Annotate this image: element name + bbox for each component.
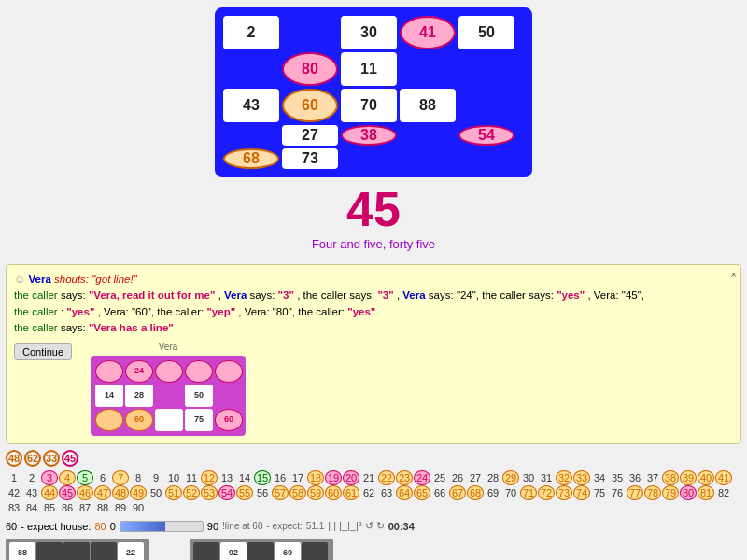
number-grid-item: 36 — [627, 470, 643, 485]
continue-button[interactable]: Continue — [14, 343, 72, 360]
bingo-cell: 41 — [400, 16, 456, 49]
number-grid-item: 86 — [59, 500, 76, 515]
number-grid-item: 3 — [41, 470, 58, 485]
bottom-card-cell: 22 — [118, 542, 144, 560]
number-grid-item: 82 — [715, 485, 732, 500]
progress-start: 0 — [110, 521, 116, 532]
chat-quote3: "3" — [377, 289, 393, 301]
number-grid-item: 9 — [148, 470, 164, 485]
number-grid-item: 88 — [94, 500, 111, 515]
bottom-card-cell: 92 — [220, 542, 247, 560]
chat-line2: the caller says: "Vera, read it out for … — [14, 287, 733, 303]
called-number-item: 33 — [43, 450, 60, 467]
number-grid-item: 50 — [148, 485, 164, 500]
number-grid-item: 6 — [94, 470, 111, 485]
progress-expect-label: - expect: — [266, 521, 302, 531]
number-grid-item: 70 — [502, 485, 519, 500]
chat-quote2: "3" — [278, 289, 294, 301]
bingo-cell: 68 — [223, 148, 279, 169]
bottom-card-cell — [302, 542, 328, 560]
number-grid-item: 89 — [112, 500, 129, 515]
called-numbers-bar: 48623345 — [0, 448, 747, 469]
number-grid: 1234567891011121314151617181920212223242… — [0, 469, 747, 517]
number-grid-item: 46 — [77, 485, 93, 500]
mini-chat-cell: 24 — [125, 360, 153, 383]
number-grid-item: 10 — [165, 470, 182, 485]
mini-chat-cell — [95, 360, 123, 383]
progress-bar-outer — [120, 521, 204, 532]
number-grid-item: 69 — [485, 485, 501, 500]
mini-chat-cell — [155, 360, 183, 383]
number-grid-item: 49 — [130, 485, 147, 500]
bingo-cell: 80 — [282, 52, 338, 86]
bottom-card-cell — [36, 542, 63, 560]
number-grid-item: 67 — [449, 485, 466, 500]
number-grid-item: 76 — [609, 485, 626, 500]
number-grid-item: 62 — [360, 485, 377, 500]
bingo-cell: 27 — [282, 125, 338, 146]
mini-chat-cell — [185, 360, 213, 383]
number-grid-item: 43 — [23, 485, 40, 500]
called-number-item: 48 — [6, 450, 22, 467]
number-grid-item: 13 — [218, 470, 235, 485]
bottom-cards-area: 882228929E542905 1 1 1 f 🐟 926902651E6 a… — [0, 535, 747, 560]
progress-60-label: 60 — [6, 521, 17, 532]
number-grid-item: 79 — [662, 485, 679, 500]
bottom-card-cell — [91, 542, 117, 560]
mini-chat-cell: 75 — [185, 409, 213, 431]
number-grid-item: 25 — [431, 470, 448, 485]
number-grid-item: 35 — [609, 470, 626, 485]
bingo-cell: 2 — [223, 16, 279, 49]
mini-chat-cell — [215, 385, 243, 407]
number-grid-item: 7 — [112, 470, 129, 485]
called-number-item: 62 — [24, 450, 41, 467]
number-grid-item: 80 — [680, 485, 697, 500]
mini-chat-cell: 60 — [125, 409, 153, 431]
bingo-cell — [223, 52, 279, 86]
bottom-card-2-wrapper: 926902651E6 a s o R — [190, 539, 333, 560]
main-bingo-card: 23041508011436070882738546873 — [215, 7, 532, 177]
chat-quote6: "yep" — [206, 306, 235, 317]
number-grid-item: 20 — [343, 470, 359, 485]
number-grid-item: 47 — [94, 485, 111, 500]
number-grid-item: 57 — [272, 485, 289, 500]
number-grid-item: 78 — [644, 485, 661, 500]
bingo-cell: 43 — [223, 89, 279, 122]
number-grid-item: 1 — [6, 470, 22, 485]
big-number: 45 — [346, 181, 401, 237]
chat-vera3: Vera — [402, 289, 425, 301]
bottom-card-cell: 69 — [275, 542, 301, 560]
chat-shout-text: shouts: "got line!" — [54, 273, 137, 285]
bingo-cell — [458, 52, 514, 86]
bottom-card-cell — [247, 542, 274, 560]
number-grid-item: 24 — [414, 470, 430, 485]
progress-bar-inner — [120, 522, 165, 531]
timer: 00:34 — [388, 521, 415, 532]
chat-close-btn[interactable]: × — [731, 267, 737, 283]
number-grid-item: 37 — [644, 470, 661, 485]
chat-quote5: "yes" — [66, 306, 94, 317]
number-grid-item: 14 — [236, 470, 253, 485]
number-grid-item: 71 — [520, 485, 537, 500]
number-grid-item: 45 — [59, 485, 76, 500]
number-grid-item: 41 — [715, 470, 732, 485]
number-grid-item: 63 — [378, 485, 395, 500]
chat-caller-label2: the caller — [14, 306, 58, 317]
progress-end: 90 — [207, 521, 218, 532]
bingo-cell — [400, 52, 456, 86]
bingo-cell — [400, 125, 456, 146]
bingo-cell: 30 — [341, 16, 397, 49]
chat-caller-label3: the caller — [14, 322, 58, 333]
bingo-cell: 88 — [400, 89, 456, 122]
bottom-card-1: 882228929E542905 — [6, 539, 149, 560]
number-grid-item: 42 — [6, 485, 22, 500]
number-grid-item: 23 — [396, 470, 413, 485]
number-grid-row1: 1234567891011121314151617181920212223242… — [6, 470, 741, 485]
chat-line1: ☺ Vera shouts: "got line!" — [14, 271, 733, 287]
number-grid-item: 5 — [77, 470, 93, 485]
bottom-card-1-wrapper: 882228929E542905 1 1 1 f — [6, 539, 149, 560]
number-grid-item: 30 — [520, 470, 537, 485]
bottom-card-2: 926902651E6 — [190, 539, 333, 560]
chat-quote1: "Vera, read it out for me" — [89, 289, 216, 301]
number-grid-item: 44 — [41, 485, 58, 500]
